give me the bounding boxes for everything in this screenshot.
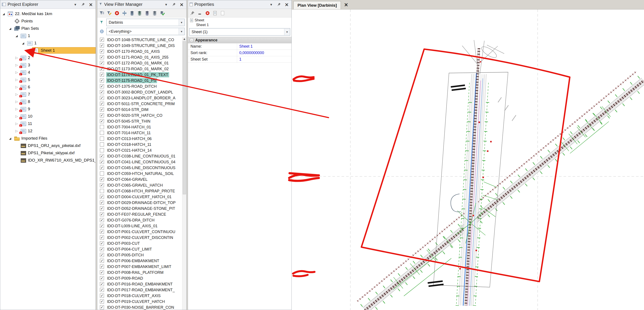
- layer-row[interactable]: IDO-DT-C018-HATCH_11: [97, 142, 182, 147]
- layer-row[interactable]: IDO-DT-C013-HATCH_06: [97, 136, 182, 142]
- layer-row[interactable]: ✓IDO-DT-P017-ROAD_EMBANKMENT_: [97, 287, 182, 293]
- layer-row[interactable]: ✓IDO-DT-P030-NOISE_BARRIER_CON: [97, 305, 182, 310]
- layer-checkbox[interactable]: ✓: [100, 300, 104, 304]
- layer-row[interactable]: ✓IDO-DT-G076-DRA_DITCH: [97, 217, 182, 223]
- layer-checkbox[interactable]: ✓: [100, 247, 104, 251]
- layer-checkbox[interactable]: [100, 137, 104, 141]
- pan-icon[interactable]: [121, 10, 128, 16]
- layer-checkbox[interactable]: ✓: [100, 49, 104, 53]
- layer-row[interactable]: ✓IDO-DT-P005-DITCH: [97, 252, 182, 258]
- layer-checkbox[interactable]: ✓: [100, 43, 104, 48]
- layer-checkbox[interactable]: ✓: [100, 305, 104, 309]
- layer-row[interactable]: ✓IDO-DT-P019-CULVERT_HATCH: [97, 299, 182, 305]
- close-icon[interactable]: ×: [88, 1, 94, 7]
- layer-checkbox[interactable]: ✓: [100, 201, 104, 205]
- scrollbar-up-icon[interactable]: ▲: [182, 37, 186, 41]
- close-icon[interactable]: ×: [284, 1, 290, 7]
- layer-row[interactable]: ✓IDO-DT-P006-EMBANKMENT: [97, 258, 182, 264]
- layer-stack-icon-2[interactable]: [136, 10, 143, 16]
- layer-checkbox[interactable]: ✓: [100, 195, 104, 199]
- layer-checkbox[interactable]: ✓: [100, 67, 104, 71]
- layer-checkbox[interactable]: ✓: [100, 241, 104, 245]
- layer-row[interactable]: ✓IDO-DT-P018-CULVERT_AXIS: [97, 293, 182, 299]
- document-icon[interactable]: [220, 10, 226, 16]
- tree-item[interactable]: ▷!9: [0, 105, 96, 113]
- layer-checkbox[interactable]: ✓: [100, 253, 104, 257]
- expander-closed-icon[interactable]: ▷: [14, 85, 19, 89]
- property-row[interactable]: Sort rank:0,0000000000: [188, 50, 292, 56]
- tree-item[interactable]: DPS1_ORJ_asys_piketai.dxf: [0, 142, 96, 149]
- expander-closed-icon[interactable]: ▷: [14, 100, 19, 104]
- property-value[interactable]: Sheet 1: [237, 43, 292, 50]
- layer-row[interactable]: ✓IDO-DT-P009-ROAD: [97, 275, 182, 281]
- layer-list-scrollbar[interactable]: ▲: [182, 37, 186, 310]
- layer-row[interactable]: IDO-DT-C068-HTCH_RIPRAP_PROTE: [97, 188, 182, 194]
- property-value[interactable]: 1: [237, 56, 292, 62]
- layer-checkbox[interactable]: ✓: [100, 265, 104, 269]
- layer-checkbox[interactable]: ✓: [100, 282, 104, 286]
- clear-selection-icon[interactable]: [204, 10, 211, 16]
- layer-checkbox[interactable]: ✓: [100, 259, 104, 263]
- scope-combobox[interactable]: <Everything> ▾: [106, 28, 185, 35]
- combo-arrow-icon[interactable]: ▾: [179, 19, 184, 26]
- tree-item[interactable]: ▷!11: [0, 120, 96, 127]
- layer-row[interactable]: IDO-DT-C059-HTCH_NATURAL_SOIL: [97, 171, 182, 176]
- layer-checkbox[interactable]: ✓: [100, 84, 104, 88]
- expander-open-icon[interactable]: ◢: [14, 34, 19, 37]
- selection-tree-root[interactable]: Sheet: [188, 18, 292, 23]
- layer-checkbox[interactable]: ✓: [100, 206, 104, 210]
- property-row[interactable]: Name:Sheet 1: [188, 43, 292, 50]
- expander-closed-icon[interactable]: ▷: [14, 63, 19, 67]
- tree-item[interactable]: ▷!6: [0, 83, 96, 91]
- layer-row[interactable]: ✓IDO-DT-1171-ROAD_01_AXIS_255: [97, 54, 182, 60]
- layer-row[interactable]: ✓IDO-DT-C045-LINE_DISCONTINUOUS: [97, 165, 182, 171]
- layer-row[interactable]: ✓IDO-DT-C064-GRAVEL: [97, 176, 182, 182]
- layer-checkbox[interactable]: [100, 171, 104, 175]
- pin-icon[interactable]: [171, 1, 177, 7]
- layer-checkbox[interactable]: ✓: [100, 224, 104, 228]
- layer-stack-icon-4[interactable]: [152, 10, 158, 16]
- layer-checkbox[interactable]: ✓: [100, 154, 104, 158]
- layer-row[interactable]: ✓IDO-DT-C041-LINE_CONTINUOUS_04: [97, 159, 182, 165]
- layer-checkbox[interactable]: ✓: [100, 177, 104, 181]
- layer-checkbox[interactable]: ✓: [100, 102, 104, 106]
- layer-row[interactable]: ✓IDO-DT-1375-ROAD_DITCH: [97, 83, 182, 89]
- tree-item[interactable]: ◢1: [0, 39, 96, 47]
- panel-menu-chevron-icon[interactable]: ▾: [268, 1, 274, 7]
- tree-item[interactable]: Sheet 1: [0, 47, 96, 54]
- tree-item[interactable]: ▷!2: [0, 54, 96, 61]
- layer-row[interactable]: ✓IDO-DT-1172-ROAD_01_MARK_01: [97, 60, 182, 66]
- document-lines-icon[interactable]: [212, 10, 218, 16]
- layer-row[interactable]: ✓IDO-DT-P003-CUT: [97, 240, 182, 246]
- layer-checkbox[interactable]: ✓: [100, 235, 104, 240]
- close-icon[interactable]: ×: [179, 1, 185, 7]
- tree-item[interactable]: ▷!10: [0, 113, 96, 120]
- tree-item[interactable]: ▷!3: [0, 61, 96, 69]
- tree-item[interactable]: DPS1_Piketai_sklypai.dxf: [0, 149, 96, 156]
- layer-checkbox[interactable]: ✓: [100, 166, 104, 170]
- layer-row[interactable]: ✓IDO-DT-D004-CULVERT_HATCH_01: [97, 194, 182, 200]
- expander-open-icon[interactable]: ◢: [8, 27, 13, 30]
- layer-row[interactable]: ✓IDO-DT-5014-STR_DIM: [97, 107, 182, 113]
- layer-checkbox[interactable]: [100, 131, 104, 135]
- plan-canvas[interactable]: [292, 9, 644, 310]
- layer-row[interactable]: IDO-DT-C021-HATCH_14: [97, 147, 182, 153]
- expander-open-icon[interactable]: ◢: [20, 42, 26, 45]
- expander-closed-icon[interactable]: ▷: [14, 92, 19, 96]
- layer-row[interactable]: ✓IDO-DT-1175-ROAD_01_PS: [97, 78, 182, 83]
- tree-item[interactable]: ▷!5: [0, 76, 96, 83]
- layer-checkbox[interactable]: ✓: [100, 183, 104, 187]
- tree-item[interactable]: ▷!4: [0, 69, 96, 76]
- layer-row[interactable]: IDO-DT-7014-HATCH_11: [97, 130, 182, 136]
- layer-row[interactable]: ✓IDO-DT-P008-RAIL_PLATFORM: [97, 270, 182, 275]
- tree-item[interactable]: ◢1: [0, 32, 96, 39]
- layer-checkbox[interactable]: ✓: [100, 73, 104, 77]
- layer-row[interactable]: ✓IDO-DT-C065-GRAVEL_HATCH: [97, 182, 182, 188]
- tree-item[interactable]: ▷!8: [0, 98, 96, 105]
- layer-checkbox[interactable]: ✓: [100, 288, 104, 292]
- layer-checkbox[interactable]: ✓: [100, 230, 104, 234]
- clear-filter-icon[interactable]: [114, 10, 120, 16]
- layer-checkbox[interactable]: ✓: [100, 78, 104, 83]
- filter-combobox[interactable]: Darbinis ▾: [106, 19, 185, 26]
- plan-view-tab[interactable]: Plan View [Darbinis]: [294, 1, 341, 9]
